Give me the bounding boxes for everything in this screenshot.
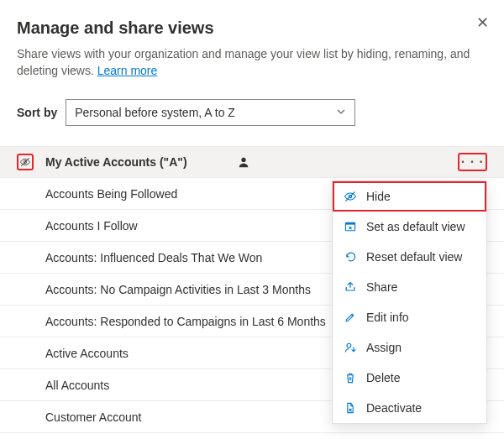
sort-select[interactable]: Personal before system, A to Z xyxy=(66,99,355,126)
dialog-header: Manage and share views ✕ xyxy=(17,18,487,38)
menu-delete[interactable]: Delete xyxy=(333,363,486,393)
menu-hide[interactable]: Hide xyxy=(333,181,486,212)
menu-set-default[interactable]: Set as default view xyxy=(333,212,486,242)
menu-share[interactable]: Share xyxy=(333,272,486,302)
dialog-description: Share views with your organization and m… xyxy=(17,46,470,79)
view-name: My Active Accounts ("A") xyxy=(45,155,229,169)
view-row[interactable]: Customers xyxy=(0,433,504,439)
more-actions-button[interactable]: · · · xyxy=(458,153,487,171)
deactivate-icon xyxy=(343,400,358,415)
undo-icon xyxy=(343,249,358,264)
svg-rect-6 xyxy=(345,222,354,224)
description-text: Share views with your organization and m… xyxy=(17,47,470,77)
menu-label: Share xyxy=(366,280,397,294)
learn-more-link[interactable]: Learn more xyxy=(97,64,158,77)
chevron-down-icon xyxy=(336,106,346,119)
default-view-icon xyxy=(343,219,358,234)
share-icon xyxy=(343,280,358,295)
context-menu: Hide Set as default view Reset default v… xyxy=(332,180,487,424)
view-row-active[interactable]: My Active Accounts ("A") · · · xyxy=(0,146,504,178)
menu-label: Reset default view xyxy=(366,250,462,264)
svg-point-2 xyxy=(242,158,246,162)
menu-label: Set as default view xyxy=(366,220,465,233)
menu-label: Deactivate xyxy=(366,401,422,415)
hide-icon[interactable] xyxy=(17,154,34,170)
svg-marker-7 xyxy=(349,226,353,229)
person-icon xyxy=(238,156,249,168)
assign-icon xyxy=(343,340,358,355)
sort-row: Sort by Personal before system, A to Z xyxy=(17,99,487,126)
menu-edit-info[interactable]: Edit info xyxy=(333,302,486,332)
menu-label: Edit info xyxy=(366,311,409,324)
svg-point-8 xyxy=(347,343,351,348)
menu-deactivate[interactable]: Deactivate xyxy=(333,393,486,423)
close-button[interactable]: ✕ xyxy=(476,15,489,30)
delete-icon xyxy=(343,370,358,385)
hide-icon xyxy=(343,189,358,204)
dialog-title: Manage and share views xyxy=(17,18,487,38)
sort-selected-value: Personal before system, A to Z xyxy=(75,106,235,119)
menu-assign[interactable]: Assign xyxy=(333,332,486,363)
menu-label: Delete xyxy=(366,371,400,384)
menu-reset-default[interactable]: Reset default view xyxy=(333,242,486,272)
menu-label: Hide xyxy=(366,190,391,203)
sort-label: Sort by xyxy=(17,106,57,119)
menu-label: Assign xyxy=(366,341,402,354)
edit-icon xyxy=(343,310,358,325)
